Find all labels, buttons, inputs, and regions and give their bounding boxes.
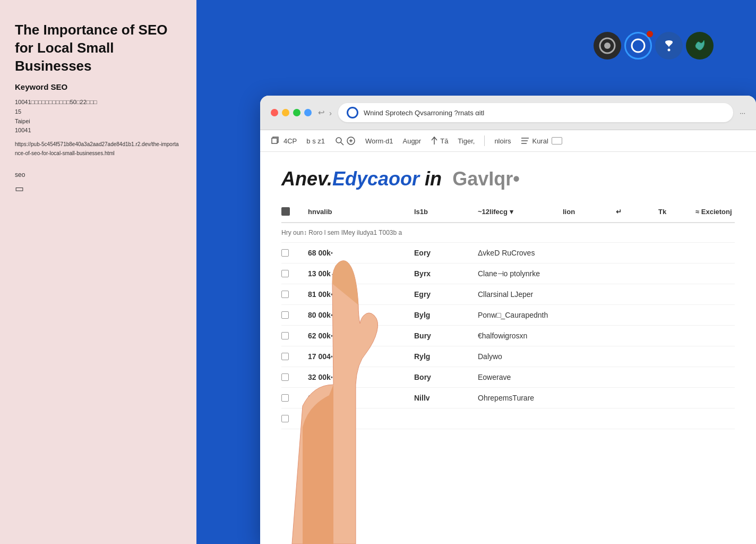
app-icon-1 xyxy=(594,32,621,60)
address-text: Wnind Sprotech Qvsarroning ?rnats αitl xyxy=(364,109,725,117)
page-title-part3: in xyxy=(419,168,442,190)
row-keyword: OhrepemsTurare xyxy=(478,394,735,402)
browser-content: Anev.Edycaoor in GavIqr• hnvalib ls1b xyxy=(260,152,756,544)
sidebar-tag: seo xyxy=(15,171,182,178)
toolbar-label-kural: Kural xyxy=(532,137,548,145)
table-row[interactable]: 32 00k• Bory Eowerave xyxy=(281,367,735,388)
toolbar-item-1[interactable]: 4CP xyxy=(271,136,297,146)
nav-back[interactable]: ↩ xyxy=(318,108,325,117)
table-row[interactable]: 17 004• Rylg Dalywo xyxy=(281,346,735,367)
meta-line4: 10041 xyxy=(15,127,31,133)
svg-point-2 xyxy=(632,39,645,52)
toolbar-item-ta[interactable]: Tā xyxy=(431,136,448,146)
app-icons-area xyxy=(594,32,714,60)
traffic-light-blue[interactable] xyxy=(304,109,312,116)
row-name: Egry xyxy=(414,290,467,299)
row-checkbox[interactable] xyxy=(281,332,297,339)
toolbar-label-2: b s z1 xyxy=(306,137,325,145)
toolbar-item-nloirs[interactable]: nloirs xyxy=(494,137,511,145)
table-row[interactable]: 8F 00k• xyxy=(281,409,735,429)
row-keyword: ΔvkeD RuCroves xyxy=(478,249,735,257)
notification-dot xyxy=(647,31,653,37)
toolbar-icon-3b xyxy=(346,136,356,146)
table-row[interactable]: S0 00k• Nillv OhrepemsTurare xyxy=(281,388,735,409)
col-header-6[interactable]: ≈ Excietonj xyxy=(695,208,735,216)
meta-line1: 10041□□□□□□□□□□□50□22□□□ xyxy=(15,99,97,105)
col-header-vol[interactable]: ls1b xyxy=(414,208,467,216)
toolbar-item-tiger[interactable]: Tiger, xyxy=(458,137,475,145)
meta-line2: 15 xyxy=(15,108,21,115)
col-header-5: Tk xyxy=(658,208,685,216)
table-subheader: Hry oun↕ Roro l sem IMey iludya1 T003b a xyxy=(281,223,735,243)
toolbar-item-worm[interactable]: Worm·d1 xyxy=(365,137,393,145)
row-vol: 17 004• xyxy=(308,352,403,361)
toolbar-item-2[interactable]: b s z1 xyxy=(306,137,325,145)
row-name: Eory xyxy=(414,249,467,257)
toolbar-label-worm: Worm·d1 xyxy=(365,137,393,145)
toolbar-label-augpr: Augpr xyxy=(402,137,421,145)
row-vol: 13 00k↔ xyxy=(308,269,403,278)
browser-chrome: ↩ › Wnind Sprotech Qvsarroning ?rnats αi… xyxy=(260,96,756,130)
row-keyword: Eowerave xyxy=(478,373,735,381)
toolbar-item-augpr[interactable]: Augpr xyxy=(402,137,421,145)
row-checkbox[interactable] xyxy=(281,291,297,298)
row-vol: S0 00k• xyxy=(308,394,403,402)
col-header-keyword[interactable]: hnvalib xyxy=(308,208,403,216)
table-row[interactable]: 62 00k• Bury €halfowigrosxn xyxy=(281,326,735,346)
traffic-light-red[interactable] xyxy=(271,109,278,116)
table-row[interactable]: 13 00k↔ Byrx Clane⊣o ptolynrke xyxy=(281,264,735,284)
table-row[interactable]: 81 00k• Egry Cllarsinal LJeper xyxy=(281,284,735,305)
app-icon-3 xyxy=(655,32,683,60)
row-name: Bylg xyxy=(414,311,467,319)
main-area: ↩ › Wnind Sprotech Qvsarroning ?rnats αi… xyxy=(196,0,756,544)
sidebar-meta: 10041□□□□□□□□□□□50□22□□□ 15 Taipei 10041 xyxy=(15,98,182,135)
page-title-part2: Edycaoor xyxy=(332,168,419,190)
data-section: hnvalib ls1b ~12lifecg ▾ lion ↵ xyxy=(260,201,756,429)
row-vol: 81 00k• xyxy=(308,290,403,299)
toolbar-icon-1 xyxy=(271,136,281,146)
toolbar-label-tiger: Tiger, xyxy=(458,137,475,145)
row-keyword: Ponw□_Caurapednth xyxy=(478,311,735,319)
page-header: Anev.Edycaoor in GavIqr• xyxy=(260,152,756,190)
row-checkbox[interactable] xyxy=(281,394,297,402)
row-checkbox[interactable] xyxy=(281,311,297,319)
row-checkbox[interactable] xyxy=(281,249,297,257)
col-header-intent[interactable]: lion xyxy=(563,208,605,216)
row-name: Bury xyxy=(414,332,467,340)
toolbar-item-3[interactable] xyxy=(334,136,356,146)
svg-point-1 xyxy=(604,42,611,49)
traffic-light-green[interactable] xyxy=(293,109,300,116)
toolbar-separator xyxy=(484,135,485,146)
row-checkbox[interactable] xyxy=(281,353,297,360)
traffic-light-yellow[interactable] xyxy=(282,109,289,116)
row-checkbox[interactable] xyxy=(281,270,297,277)
app-icon-4 xyxy=(686,32,714,60)
table-rows-container: 68 00k• Eory ΔvkeD RuCroves 13 00k↔ Byrx… xyxy=(281,243,735,429)
row-name: Byrx xyxy=(414,269,467,278)
page-title: Anev.Edycaoor in GavIqr• xyxy=(281,168,735,190)
row-name: Nillv xyxy=(414,394,467,402)
sidebar-url: https://pub-5c454f571b8e40a3a2aad27ade84… xyxy=(15,140,182,158)
row-checkbox[interactable] xyxy=(281,415,297,422)
toolbar-kural-box xyxy=(552,137,562,144)
col-header-filter[interactable]: ~12lifecg ▾ xyxy=(478,208,552,216)
nav-forward[interactable]: › xyxy=(329,108,332,117)
row-vol: 62 00k• xyxy=(308,332,403,340)
menu-item-1[interactable]: ··· xyxy=(740,109,745,117)
svg-line-5 xyxy=(341,142,343,145)
table-row[interactable]: 68 00k• Eory ΔvkeD RuCroves xyxy=(281,243,735,264)
browser-menu: ··· xyxy=(740,109,745,117)
toolbar-item-kural[interactable]: Kural xyxy=(520,137,562,145)
toolbar-label-nloirs: nloirs xyxy=(494,137,511,145)
row-checkbox[interactable] xyxy=(281,373,297,381)
sidebar-icon: ▭ xyxy=(15,183,182,194)
table-row[interactable]: 80 00k• Bylg Ponw□_Caurapednth xyxy=(281,305,735,326)
address-bar[interactable]: Wnind Sprotech Qvsarroning ?rnats αitl xyxy=(338,103,733,122)
browser-window: ↩ › Wnind Sprotech Qvsarroning ?rnats αi… xyxy=(260,96,756,544)
row-vol: 68 00k• xyxy=(308,249,403,257)
meta-line3: Taipei xyxy=(15,118,30,124)
checkbox-icon[interactable] xyxy=(281,207,290,216)
row-name: Rylg xyxy=(414,352,467,361)
sidebar-link[interactable]: https://pub-5c454f571b8e40a3a2aad27ade84… xyxy=(15,141,179,157)
table-header: hnvalib ls1b ~12lifecg ▾ lion ↵ xyxy=(281,201,735,223)
